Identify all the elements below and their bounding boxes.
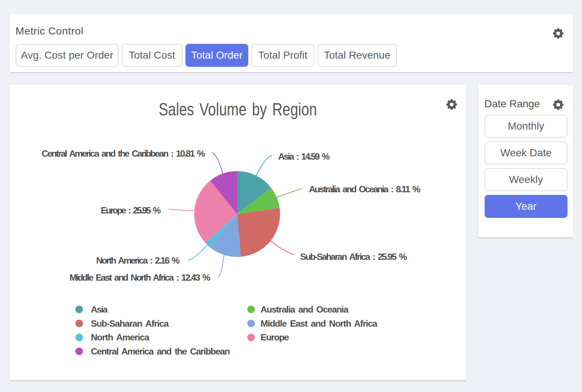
svg-text:Australia and Oceania : 8.11 %: Australia and Oceania : 8.11 % xyxy=(309,184,420,194)
svg-text:Asia : 14.59 %: Asia : 14.59 % xyxy=(278,151,330,161)
svg-text:Middle East and North Africa :: Middle East and North Africa : 12.43 % xyxy=(69,272,211,282)
svg-text:North America: North America xyxy=(91,332,149,342)
svg-text:Asia: Asia xyxy=(91,304,108,314)
svg-text:Central America and the Caribb: Central America and the Caribbean xyxy=(91,346,230,356)
svg-text:Central America and the Caribb: Central America and the Caribbean : 10.8… xyxy=(42,148,205,159)
svg-text:Europe : 25.95 %: Europe : 25.95 % xyxy=(101,205,161,215)
svg-text:Europe: Europe xyxy=(261,332,289,342)
svg-text:Sales Volume by Region: Sales Volume by Region xyxy=(159,99,317,119)
svg-text:Middle East and North Africa: Middle East and North Africa xyxy=(261,318,378,328)
svg-text:North America : 2.16 %: North America : 2.16 % xyxy=(96,255,180,265)
svg-text:Australia and Oceania: Australia and Oceania xyxy=(261,304,349,314)
svg-text:Sub-Saharan Africa: Sub-Saharan Africa xyxy=(91,318,169,328)
svg-text:Sub-Saharan Africa : 25.95 %: Sub-Saharan Africa : 25.95 % xyxy=(300,251,407,261)
